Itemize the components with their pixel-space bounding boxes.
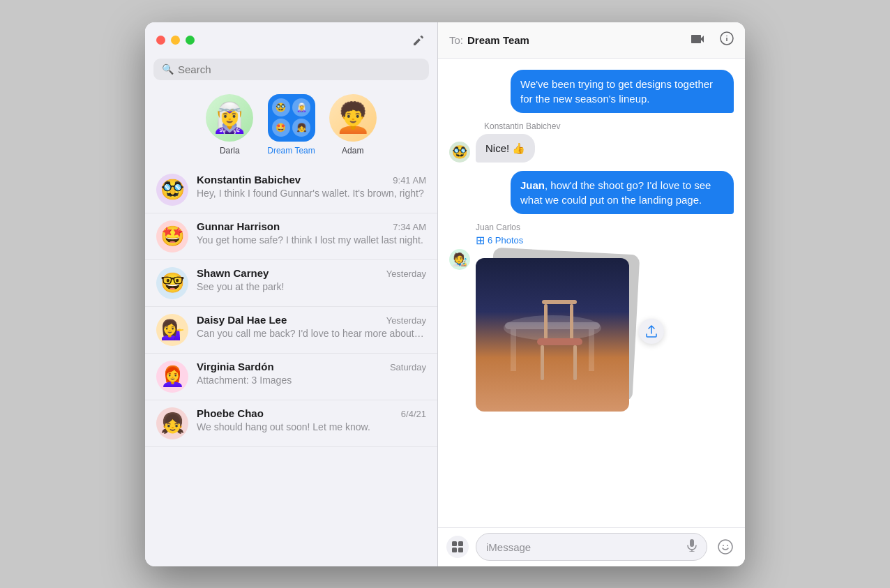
pin-avatar-dream-team: 🥸 🧝‍♀️ 🤩 👧 [268, 94, 315, 142]
msg-with-avatar-4: 🧑‍🎨 ⊞ 6 Photos [449, 234, 636, 412]
conv-item-gunnar[interactable]: 🤩 Gunnar Harrison 7:34 AM You get home s… [145, 213, 437, 260]
group-sub-1: 🥸 [272, 98, 290, 116]
imessage-input[interactable]: iMessage [476, 533, 707, 561]
conv-time-shawn: Yesterday [386, 269, 426, 279]
pinned-contacts: 🧝‍♀️ Darla 🥸 🧝‍♀️ 🤩 👧 Dream Team [145, 89, 437, 167]
svg-rect-9 [570, 304, 573, 339]
msg-bubble-1: We've been trying to get designs togethe… [511, 70, 734, 113]
svg-point-2 [726, 35, 727, 36]
conv-time-konstantin: 9:41 AM [393, 175, 426, 186]
conv-header-gunnar: Gunnar Harrison 7:34 AM [197, 220, 426, 232]
fullscreen-button[interactable] [186, 36, 195, 45]
conv-time-daisy: Yesterday [386, 315, 426, 326]
avatar-gunnar: 🤩 [156, 220, 188, 252]
group-sub-2: 🧝‍♀️ [292, 98, 310, 116]
search-input[interactable] [178, 63, 421, 75]
compose-button[interactable] [411, 33, 426, 48]
conv-name-konstantin: Konstantin Babichev [197, 174, 301, 186]
group-sub-3: 🤩 [272, 119, 290, 137]
msg-avatar-konstantin: 🥸 [449, 142, 470, 163]
pin-adam[interactable]: 🧑‍🦱 Adam [329, 94, 377, 156]
svg-rect-12 [573, 345, 577, 380]
conv-content-phoebe: Phoebe Chao 6/4/21 We should hang out so… [197, 407, 426, 433]
video-call-icon[interactable] [691, 32, 706, 48]
msg-with-avatar-2: 🥸 Nice! 👍 [449, 134, 535, 163]
input-bar: iMessage [438, 527, 745, 566]
conv-time-virginia: Saturday [390, 362, 426, 372]
svg-rect-4 [505, 322, 600, 329]
avatar-konstantin: 🥸 [156, 174, 188, 206]
photo-stack[interactable] [476, 251, 636, 412]
audio-icon [687, 539, 697, 555]
conv-name-shawn: Shawn Carney [197, 267, 269, 279]
conversation-list: 🥸 Konstantin Babichev 9:41 AM Hey, I thi… [145, 167, 437, 566]
avatar-phoebe: 👧 [156, 407, 188, 439]
msg-avatar-juan: 🧑‍🎨 [449, 249, 470, 270]
svg-rect-14 [458, 541, 463, 546]
conv-content-daisy: Daisy Dal Hae Lee Yesterday Can you call… [197, 314, 426, 340]
chat-header: To: Dream Team [438, 22, 745, 59]
conv-preview-gunnar: You get home safe? I think I lost my wal… [197, 234, 426, 246]
pin-label-darla: Darla [220, 146, 240, 156]
svg-point-21 [723, 545, 724, 546]
conv-name-daisy: Daisy Dal Hae Lee [197, 314, 287, 326]
conv-content-shawn: Shawn Carney Yesterday See you at the pa… [197, 267, 426, 293]
pin-avatar-adam: 🧑‍🦱 [329, 94, 377, 142]
conv-item-daisy[interactable]: 💁‍♀️ Daisy Dal Hae Lee Yesterday Can you… [145, 307, 437, 354]
message-4: Juan Carlos 🧑‍🎨 ⊞ 6 Photos [449, 223, 734, 412]
message-2: Konstantin Babichev 🥸 Nice! 👍 [449, 121, 734, 163]
messages-area: We've been trying to get designs togethe… [438, 59, 745, 527]
svg-rect-6 [589, 329, 594, 371]
message-1: We've been trying to get designs togethe… [449, 70, 734, 113]
conv-preview-shawn: See you at the park! [197, 280, 426, 293]
conv-header-virginia: Virginia Sardón Saturday [197, 361, 426, 372]
chat-to-label: To: [449, 34, 463, 46]
close-button[interactable] [156, 36, 165, 45]
svg-rect-7 [542, 300, 577, 304]
msg-bubble-2: Nice! 👍 [476, 134, 535, 163]
conv-content-gunnar: Gunnar Harrison 7:34 AM You get home saf… [197, 220, 426, 246]
svg-rect-16 [458, 548, 463, 552]
sidebar: 🔍 🧝‍♀️ Darla 🥸 🧝‍♀️ 🤩 👧 [145, 22, 438, 566]
app-store-button[interactable] [446, 536, 469, 558]
emoji-button[interactable] [714, 536, 737, 558]
svg-rect-8 [544, 304, 548, 339]
messages-window: 🔍 🧝‍♀️ Darla 🥸 🧝‍♀️ 🤩 👧 [145, 22, 745, 566]
conv-item-phoebe[interactable]: 👧 Phoebe Chao 6/4/21 We should hang out … [145, 400, 437, 447]
pin-darla[interactable]: 🧝‍♀️ Darla [206, 94, 253, 156]
share-button[interactable] [639, 319, 664, 344]
conv-preview-virginia: Attachment: 3 Images [197, 374, 426, 386]
conv-item-shawn[interactable]: 🤓 Shawn Carney Yesterday See you at the … [145, 260, 437, 307]
message-3: Juan, how'd the shoot go? I'd love to se… [449, 171, 734, 214]
info-icon[interactable] [720, 31, 734, 49]
svg-rect-13 [452, 541, 457, 546]
pin-dream-team[interactable]: 🥸 🧝‍♀️ 🤩 👧 Dream Team [267, 94, 315, 156]
conv-preview-phoebe: We should hang out soon! Let me know. [197, 421, 426, 433]
minimize-button[interactable] [171, 36, 180, 45]
conv-item-konstantin[interactable]: 🥸 Konstantin Babichev 9:41 AM Hey, I thi… [145, 167, 437, 213]
chair-scene [476, 258, 629, 412]
svg-point-22 [727, 545, 728, 546]
msg-bubble-3: Juan, how'd the shoot go? I'd love to se… [511, 171, 734, 214]
titlebar [145, 22, 437, 59]
msg-text-3: , how'd the shoot go? I'd love to see wh… [520, 179, 711, 206]
chat-panel: To: Dream Team [438, 22, 745, 566]
svg-rect-17 [690, 539, 694, 547]
conv-name-phoebe: Phoebe Chao [197, 407, 264, 419]
conv-header-daisy: Daisy Dal Hae Lee Yesterday [197, 314, 426, 326]
group-sub-4: 👧 [292, 119, 310, 137]
conv-time-gunnar: 7:34 AM [393, 222, 426, 232]
chat-recipient-name: Dream Team [467, 34, 529, 46]
group-avatar: 🥸 🧝‍♀️ 🤩 👧 [268, 94, 315, 142]
traffic-lights [156, 36, 195, 45]
imessage-placeholder: iMessage [486, 541, 531, 553]
avatar-virginia: 👩‍🦰 [156, 361, 188, 393]
conv-item-virginia[interactable]: 👩‍🦰 Virginia Sardón Saturday Attachment:… [145, 354, 437, 400]
svg-rect-10 [537, 338, 582, 345]
chat-header-actions [691, 31, 734, 49]
search-bar[interactable]: 🔍 [153, 59, 429, 80]
msg-sender-konstantin: Konstantin Babichev [449, 121, 560, 131]
svg-rect-5 [511, 329, 516, 371]
conv-content-konstantin: Konstantin Babichev 9:41 AM Hey, I think… [197, 174, 426, 199]
conv-name-gunnar: Gunnar Harrison [197, 220, 280, 232]
